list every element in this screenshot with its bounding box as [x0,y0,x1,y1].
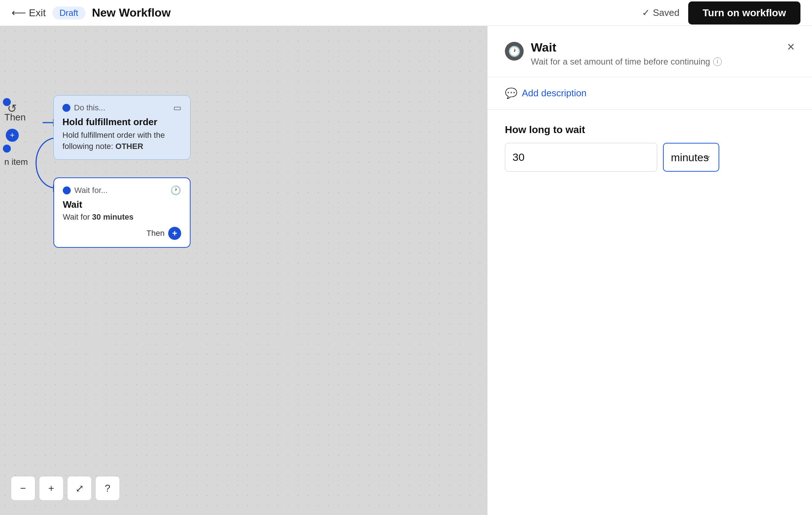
left-item-label: n item [0,155,28,168]
sidebar-title-group: Wait Wait for a set amount of time befor… [531,40,722,67]
node-do-this-dot [62,104,70,112]
wait-sidebar: 🕐 Wait Wait for a set amount of time bef… [487,26,812,515]
node-do-this-header: Do this... ▭ [62,103,182,113]
left-panel-partial: Then + n item [0,98,28,168]
do-this-label: Do this... [74,103,105,113]
sidebar-subtitle: Wait for a set amount of time before con… [531,57,722,67]
sidebar-title: Wait [531,40,722,54]
wait-clock-icon-large: 🕐 [505,42,524,61]
how-long-label: How long to wait [505,124,795,136]
wait-inputs: seconds minutes hours days [505,143,795,172]
wait-desc: Wait for 30 minutes [63,212,181,222]
unit-select-wrapper: seconds minutes hours days [663,143,795,172]
saved-status: ✓ Saved [642,7,680,18]
do-this-title: Hold fulfillment order [62,116,182,128]
exit-label: Exit [29,7,46,19]
help-button[interactable]: ? [95,476,120,501]
sidebar-body: How long to wait seconds minutes hours d… [488,110,812,186]
left-then-label: Then [0,109,28,126]
left-plus-button[interactable]: + [6,129,19,142]
left-dot-blue-2 [3,145,11,153]
draft-badge: Draft [52,6,86,19]
wait-for-label: Wait for... [74,186,108,195]
workflow-canvas[interactable]: ↺ Then + n item Do this... [0,26,487,515]
sidebar-header-left: 🕐 Wait Wait for a set amount of time bef… [505,40,722,67]
do-this-desc: Hold fulfillment order with the followin… [62,130,182,152]
bottom-toolbar: − + ⤢ ? [11,476,120,501]
wait-title: Wait [63,199,181,210]
header-right: ✓ Saved Turn on workflow [642,1,800,25]
fit-button[interactable]: ⤢ [67,476,92,501]
saved-label-text: Saved [653,7,680,18]
workflow-title: New Workflow [92,6,171,19]
wait-clock-icon: 🕐 [170,185,181,195]
add-description-label: Add description [522,88,586,99]
main: ↺ Then + n item Do this... [0,26,812,515]
node-wait-header: Wait for... 🕐 [63,185,181,195]
wait-node[interactable]: Wait for... 🕐 Wait Wait for 30 minutes T… [53,177,191,248]
wait-unit-select[interactable]: seconds minutes hours days [663,143,719,172]
monitor-icon: ▭ [173,103,182,113]
turn-on-workflow-button[interactable]: Turn on workflow [688,1,800,25]
header-left: ⟵ Exit Draft New Workflow [12,6,171,19]
sidebar-close-button[interactable]: × [787,40,795,53]
exit-icon: ⟵ [12,7,26,19]
zoom-in-button[interactable]: + [39,476,64,501]
node-then-row: Then + [63,227,181,240]
chat-icon: 💬 [505,87,518,99]
do-this-node[interactable]: Do this... ▭ Hold fulfillment order Hold… [53,95,191,160]
saved-check-icon: ✓ [642,7,650,18]
sidebar-header: 🕐 Wait Wait for a set amount of time bef… [488,26,812,77]
then-plus-button[interactable]: + [168,227,181,240]
wait-number-input[interactable] [505,143,657,172]
info-icon[interactable]: i [713,57,722,66]
add-description-button[interactable]: 💬 Add description [488,77,812,110]
left-dot-blue-1 [3,98,11,106]
zoom-out-button[interactable]: − [11,476,35,501]
node-wait-dot [63,186,71,194]
header: ⟵ Exit Draft New Workflow ✓ Saved Turn o… [0,0,812,26]
then-label: Then [147,229,165,238]
exit-button[interactable]: ⟵ Exit [12,7,46,19]
